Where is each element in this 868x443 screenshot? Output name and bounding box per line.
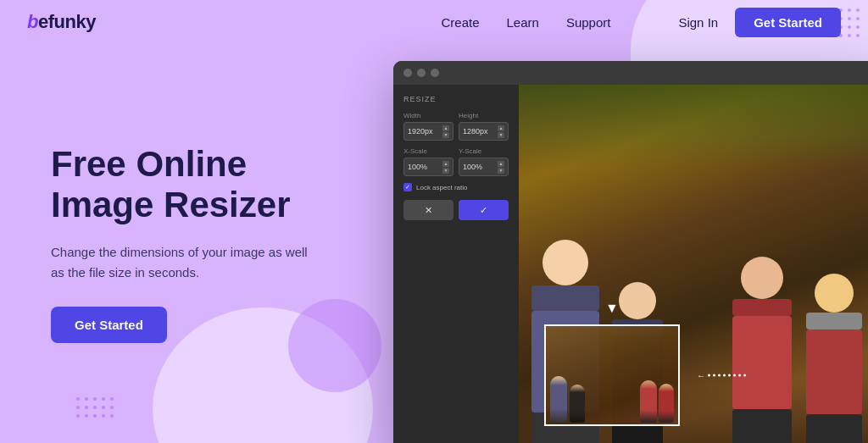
hero-section: Free Online Image Resizer Change the dim…	[0, 44, 868, 443]
get-started-header-button[interactable]: Get Started	[735, 8, 841, 37]
logo-text: efunky	[38, 11, 96, 33]
hero-description: Change the dimensions of your image as w…	[51, 242, 314, 283]
header: befunky Create Learn Support Sign In Get…	[0, 0, 868, 44]
hero-title: Free Online Image Resizer	[51, 144, 373, 226]
main-nav: Create Learn Support	[441, 15, 610, 30]
sign-in-button[interactable]: Sign In	[678, 15, 718, 30]
hero-title-line1: Free Online	[51, 144, 247, 184]
logo[interactable]: befunky	[27, 11, 96, 33]
hero-text-block: Free Online Image Resizer Change the dim…	[51, 144, 373, 344]
nav-create[interactable]: Create	[441, 15, 479, 30]
nav-learn[interactable]: Learn	[507, 15, 539, 30]
hero-title-line2: Image Resizer	[51, 185, 290, 224]
get-started-hero-button[interactable]: Get Started	[51, 307, 167, 343]
nav-support[interactable]: Support	[566, 15, 611, 30]
header-actions: Sign In Get Started	[678, 8, 841, 37]
